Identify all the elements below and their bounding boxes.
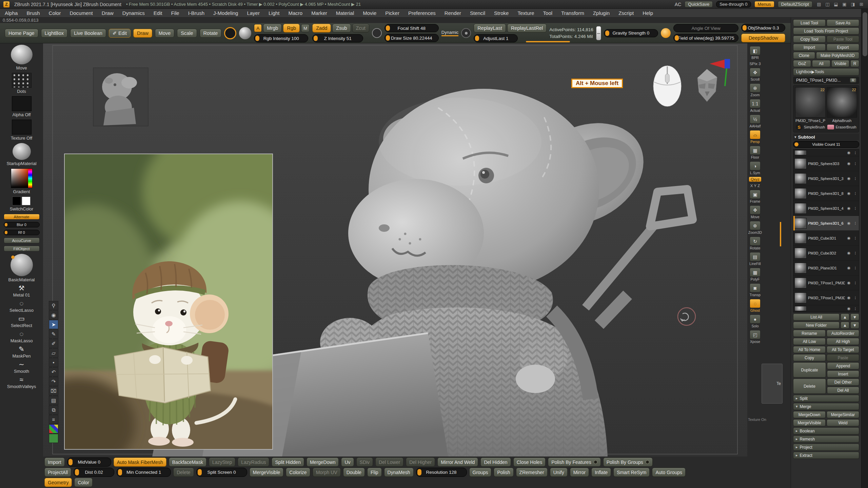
color-palette-icon[interactable] [49, 424, 58, 433]
rename-button[interactable]: Rename [793, 330, 826, 337]
stroke-curve-icon[interactable] [372, 28, 382, 38]
lazyradius-button[interactable]: LazyRadius [238, 458, 269, 467]
grid-icon[interactable]: ⊞ [858, 1, 865, 7]
new-folder-button[interactable]: New Folder [793, 322, 840, 329]
panels-icon[interactable]: ▤ [816, 1, 822, 7]
visibility-eye-icon[interactable] [846, 150, 851, 155]
autoreorder-button[interactable]: AutoReorder [827, 330, 859, 337]
aahalf-button[interactable]: ½ AAHalf [750, 115, 761, 128]
ghost-toggle[interactable]: ◌ Ghost [750, 299, 761, 312]
paste-tool-button[interactable]: Paste Tool [827, 36, 859, 43]
polish-by-features-slider[interactable]: Polish By Features [548, 458, 601, 467]
projectall-button[interactable]: ProjectAll [44, 468, 71, 477]
simple-brush-item[interactable]: S SimpleBrush [795, 124, 826, 130]
draw-size-slider[interactable]: Draw Size 80.22444 [384, 34, 439, 42]
boolean-section-header[interactable]: ▸ Boolean [793, 427, 859, 434]
subtool-row[interactable]: PM3D_Sphere3D1_8 [793, 186, 859, 201]
menu-item[interactable]: Texture [517, 10, 534, 16]
record-stroke-icon[interactable] [461, 28, 471, 38]
mask-lasso-brush[interactable]: ◌ MaskLasso [11, 330, 33, 343]
split-screen-slider[interactable]: Split Screen 0 [196, 468, 247, 477]
goz-all-button[interactable]: All [812, 60, 830, 67]
menu-item[interactable]: Material [336, 10, 354, 16]
subtool-row[interactable]: PM3D_Plane3D1 [793, 261, 859, 276]
uv-button[interactable]: Uv [341, 458, 354, 467]
clone-button[interactable]: Clone [793, 52, 815, 59]
export-tool-button[interactable]: Export [827, 44, 859, 51]
dock-bottom-icon[interactable]: ⬓ [833, 1, 839, 7]
subtool-row-selected[interactable]: PM3D_Sphere3D1_6 [793, 216, 859, 231]
m-button[interactable]: M [301, 24, 310, 32]
material-preview-icon[interactable] [239, 27, 251, 39]
menu-item[interactable]: Render [445, 10, 461, 16]
subtool-row[interactable]: PM3D_TPose1_PM3D_Sphere3 [793, 290, 859, 305]
morph-uv-button[interactable]: Morph UV [313, 468, 341, 477]
select-lasso-brush[interactable]: ◌ SelectLasso [9, 300, 34, 313]
duplicate-button[interactable]: Duplicate [793, 362, 826, 378]
menu-item[interactable]: File [171, 10, 179, 16]
split-view-icon[interactable]: ◫ [824, 1, 831, 7]
menu-item[interactable]: Edit [154, 10, 162, 16]
paste-subtool-button[interactable]: Paste [827, 354, 859, 361]
zoom-button[interactable]: ⊕ Zoom [750, 83, 761, 97]
document-list-icon[interactable]: ≡ [49, 415, 58, 424]
auto-mask-fibermesh-button[interactable]: Auto Mask FiberMesh [114, 458, 166, 467]
printer-icon[interactable]: ▤ [49, 396, 58, 405]
folder-down-button[interactable]: ▼ [850, 322, 859, 329]
alternate-button[interactable]: Alternate [4, 214, 40, 220]
live-boolean-button[interactable]: Live Boolean [70, 29, 106, 38]
subtool-options-icon[interactable] [853, 162, 858, 166]
mergedown-bottom-button[interactable]: MergeDown [307, 458, 339, 467]
dist-slider[interactable]: Dist 0.02 [74, 468, 114, 477]
alpha-brush-thumbnail[interactable]: 22 [827, 87, 857, 118]
blur-slider[interactable]: Blur 0 [4, 222, 40, 227]
menu-item[interactable]: Document [70, 10, 93, 16]
ruler-icon[interactable]: ▱ [49, 348, 58, 358]
copy-tool-button[interactable]: Copy Tool [793, 36, 826, 43]
auto-groups-button[interactable]: Auto Groups [652, 468, 686, 477]
subtool-options-icon[interactable] [853, 307, 858, 311]
subtool-row[interactable]: PM3D_Cube3D2 [793, 246, 859, 261]
move-3d-button[interactable]: ✥ Move [750, 205, 761, 219]
menu-item[interactable]: J-Modeling [213, 10, 238, 16]
redo-icon[interactable]: ↷ [49, 377, 58, 386]
visible-count-slider[interactable]: Visible Count 11 [793, 141, 859, 148]
save-as-button[interactable]: Save As [827, 19, 859, 26]
visibility-eye-icon[interactable] [846, 161, 851, 166]
smart-resym-button[interactable]: Smart ReSym [613, 468, 650, 477]
visibility-eye-icon[interactable] [846, 306, 851, 311]
floor-grid-toggle[interactable]: ▦ Floor [750, 146, 761, 159]
home-page-button[interactable]: Home Page [5, 29, 38, 38]
undo-icon[interactable]: ↶ [49, 367, 58, 377]
menu-item[interactable]: Preferences [408, 10, 436, 16]
subtool-row[interactable]: PM3D_Sphere3D1_4 [793, 201, 859, 216]
smooth-valleys-brush[interactable]: ≈ SmoothValleys [7, 376, 36, 389]
menu-item[interactable]: Zscript [618, 10, 634, 16]
extract-section-header[interactable]: ▸ Extract [793, 452, 859, 459]
menu-item[interactable]: Color [49, 10, 61, 16]
tab-color[interactable]: Color [74, 478, 92, 487]
bpr-button[interactable]: ◧ BPR [750, 46, 761, 60]
lightbox-tools-bar[interactable]: Lightbox▶Tools [793, 68, 859, 76]
menu-item[interactable]: Stencil [470, 10, 485, 16]
flip-button[interactable]: Flip [367, 468, 382, 477]
rgb-intensity-slider[interactable]: Rgb Intensity 100 [254, 34, 308, 42]
stroke-picker[interactable]: Move [11, 45, 33, 70]
all-low-button[interactable]: All Low [793, 338, 826, 345]
mergesimilar-button[interactable]: MergeSimilar [827, 411, 859, 418]
mirror-and-weld-button[interactable]: Mirror And Weld [437, 458, 478, 467]
replay-last-button[interactable]: ReplayLast [474, 24, 506, 33]
subtool-options-icon[interactable] [853, 296, 858, 300]
menu-item[interactable]: Zplugin [593, 10, 610, 16]
pen-tool-icon[interactable]: ✐ [49, 339, 58, 348]
viewport-render[interactable] [43, 43, 747, 456]
lightbox-button[interactable]: LightBox [41, 29, 67, 38]
del-other-button[interactable]: Del Other [827, 379, 859, 386]
xyz-axis-toggles[interactable]: X Y Z [750, 184, 760, 188]
deep-shadow-button[interactable]: DeepShadow [741, 34, 785, 42]
alpha-dots-picker[interactable]: Dots [12, 73, 32, 94]
local-symmetry-toggle[interactable]: ◑ L.Sym [750, 161, 761, 175]
eraser-brush-item[interactable]: EraserBrush [827, 124, 857, 130]
rotate-button[interactable]: Rotate [200, 29, 222, 38]
visibility-eye-icon[interactable] [846, 251, 851, 255]
